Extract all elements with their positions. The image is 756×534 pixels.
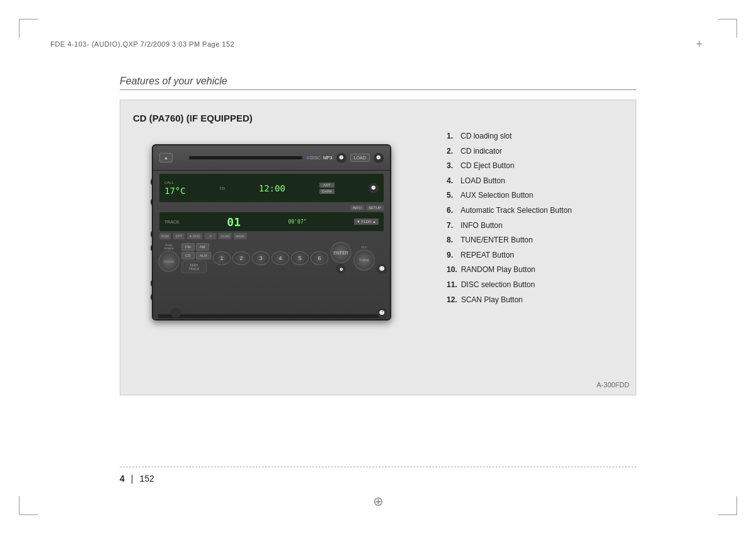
am-button[interactable]: AM bbox=[196, 243, 209, 251]
num-button-3[interactable]: 3 bbox=[252, 251, 270, 265]
label-item-8: 8. TUNE/ENTER Button bbox=[447, 236, 623, 246]
setup-button: SETUP bbox=[366, 205, 384, 210]
label-item-12: 12. SCAN Play Button bbox=[447, 295, 623, 305]
vdisc-button: ▼ DISC bbox=[187, 233, 202, 239]
label-item-5: 5. AUX Selection Button bbox=[447, 191, 623, 201]
annotation-dot-9b bbox=[171, 308, 181, 318]
ref-code-inner: A-300FDD bbox=[597, 381, 629, 389]
enter-button[interactable]: ENTER bbox=[330, 242, 352, 263]
display-call: CALL bbox=[164, 181, 186, 185]
label-text-10: RANDOM Play Button bbox=[461, 265, 536, 275]
rdm-button: RDM bbox=[159, 233, 171, 239]
display-center: CD bbox=[219, 186, 225, 190]
page-section: 4 bbox=[120, 474, 125, 484]
label-item-1: 1. CD loading slot bbox=[447, 132, 623, 142]
cd-slot bbox=[189, 156, 302, 159]
label-text-7: INFO Button bbox=[461, 221, 503, 231]
num-button-2[interactable]: 2 bbox=[232, 251, 250, 265]
track-label: TRACK bbox=[164, 220, 180, 224]
label-num-5: 5. bbox=[447, 191, 457, 200]
display-time: 12:00 bbox=[259, 183, 285, 193]
label-text-9: REPEAT Button bbox=[461, 251, 514, 261]
labels-section: 1. CD loading slot 2. CD indicator 3. CD… bbox=[447, 132, 623, 310]
annotation-dot-7: ❼ bbox=[369, 183, 379, 193]
label-num-2: 2. bbox=[447, 147, 457, 156]
corner-mark-tl bbox=[19, 19, 38, 38]
a-button: A bbox=[205, 233, 216, 239]
label-text-6: Automatic Track Selection Button bbox=[461, 206, 572, 216]
label-text-1: CD loading slot bbox=[461, 132, 512, 142]
label-num-12: 12. bbox=[447, 295, 457, 304]
num-button-5[interactable]: 5 bbox=[291, 251, 309, 265]
display-area: CALL 17°C CD 12:00 AST DARK ❼ bbox=[159, 174, 384, 202]
corner-mark-tr bbox=[718, 19, 737, 38]
label-text-8: TUNE/ENTER Button bbox=[461, 236, 533, 246]
annotation-dot-8: ❽ bbox=[336, 264, 346, 274]
num-button-4[interactable]: 4 bbox=[272, 251, 289, 265]
label-num-3: 3. bbox=[447, 161, 457, 170]
annotation-dot-12: ⓬ bbox=[377, 308, 387, 318]
cd-button[interactable]: CD bbox=[181, 252, 195, 259]
scan-button: SCAN bbox=[219, 233, 231, 239]
label-item-3: 3. CD Eject Button bbox=[447, 161, 623, 171]
seek-track-button[interactable]: SEEK TRACK bbox=[181, 261, 207, 273]
annotation-dot-11: ⓫ bbox=[377, 264, 387, 274]
label-num-10: 10. bbox=[447, 265, 457, 274]
track-display: TRACK 01 00'07" ▼ FLDR ▲ bbox=[159, 212, 384, 231]
tune-button[interactable]: TUNE bbox=[353, 249, 375, 271]
label-text-3: CD Eject Button bbox=[461, 161, 514, 171]
controls-row: RDM RPT ▼ DISC A SCAN MARK bbox=[159, 233, 384, 239]
page-number: 152 bbox=[139, 474, 154, 484]
header-bar: FDE 4-103- (AUDIO).QXP 7/2/2009 3:03 PM … bbox=[50, 38, 706, 50]
num-button-1[interactable]: 1 bbox=[213, 251, 231, 265]
cd-player-device: ▲ ⊙DISC MP3 ❷ LOAD ❹ CALL 17°C CD bbox=[152, 144, 391, 321]
display-left: CALL 17°C bbox=[164, 181, 186, 196]
main-content-box: CD (PA760) (IF EQUIPPED) ❶ ❸ ❺ ❻ ❾ ❿ ▲ ⊙… bbox=[120, 99, 636, 395]
annotation-dot-2: ❷ bbox=[336, 153, 346, 163]
label-text-4: LOAD Button bbox=[461, 176, 505, 186]
crosshair-bottom: ⊕ bbox=[373, 494, 384, 509]
corner-mark-bl bbox=[19, 496, 38, 515]
label-num-4: 4. bbox=[447, 176, 457, 185]
label-item-11: 11. DISC selection Button bbox=[447, 280, 623, 290]
track-number: 01 bbox=[227, 215, 241, 229]
label-num-9: 9. bbox=[447, 251, 457, 259]
label-text-11: DISC selection Button bbox=[461, 280, 535, 290]
volume-knob[interactable]: VOLUME bbox=[158, 251, 180, 272]
fm-button[interactable]: FM bbox=[181, 243, 195, 251]
label-item-9: 9. REPEAT Button bbox=[447, 251, 623, 261]
label-item-4: 4. LOAD Button bbox=[447, 176, 623, 186]
corner-mark-br bbox=[718, 496, 737, 515]
folder-button: ▼ FLDR ▲ bbox=[354, 219, 379, 225]
label-text-5: AUX Selection Button bbox=[461, 191, 533, 201]
label-item-6: 6. Automatic Track Selection Button bbox=[447, 206, 623, 216]
rpt-button: RPT bbox=[173, 233, 185, 239]
label-num-6: 6. bbox=[447, 206, 457, 215]
label-item-10: 10. RANDOM Play Button bbox=[447, 265, 623, 275]
label-text-12: SCAN Play Button bbox=[461, 295, 523, 305]
display-right-buttons: AST DARK bbox=[319, 183, 335, 194]
ast-button: AST bbox=[319, 183, 335, 188]
label-num-1: 1. bbox=[447, 132, 457, 140]
num-button-6[interactable]: 6 bbox=[311, 251, 328, 265]
page-footer: 4 | 152 bbox=[120, 467, 636, 484]
annotation-dot-4: ❹ bbox=[374, 153, 384, 163]
label-num-8: 8. bbox=[447, 236, 457, 244]
bottom-trim bbox=[158, 314, 385, 318]
display-temp: 17°C bbox=[164, 186, 186, 196]
file-info: FDE 4-103- (AUDIO).QXP 7/2/2009 3:03 PM … bbox=[50, 40, 234, 48]
label-num-11: 11. bbox=[447, 280, 457, 289]
track-time: 00'07" bbox=[289, 219, 307, 225]
mark-button: MARK bbox=[234, 233, 246, 239]
label-num-7: 7. bbox=[447, 221, 457, 230]
dark-button: DARK bbox=[319, 189, 335, 194]
brand-label: ⊙DISC MP3 bbox=[306, 156, 332, 161]
info-button: INFO bbox=[350, 205, 364, 210]
cd-top-strip: ▲ ⊙DISC MP3 ❷ LOAD ❹ bbox=[153, 145, 390, 171]
section-title: Features of your vehicle bbox=[120, 76, 636, 90]
box-title: CD (PA760) (IF EQUIPPED) bbox=[133, 113, 623, 123]
label-text-2: CD indicator bbox=[461, 147, 502, 157]
aux-button[interactable]: AUX bbox=[196, 252, 211, 259]
label-item-2: 2. CD indicator bbox=[447, 147, 623, 157]
cd-player-image: ❶ ❸ ❺ ❻ ❾ ❿ ▲ ⊙DISC MP3 ❷ LOAD ❹ bbox=[133, 132, 410, 333]
